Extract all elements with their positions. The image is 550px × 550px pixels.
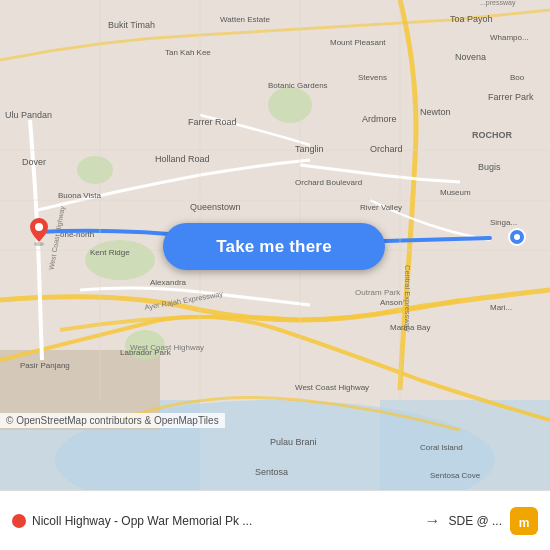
svg-text:Sentosa Cove: Sentosa Cove xyxy=(430,471,481,480)
svg-text:Anson: Anson xyxy=(380,298,403,307)
svg-text:Tanglin: Tanglin xyxy=(295,144,324,154)
svg-text:Bukit Timah: Bukit Timah xyxy=(108,20,155,30)
svg-text:Coral Island: Coral Island xyxy=(420,443,463,452)
moovit-icon: m xyxy=(510,507,538,535)
svg-text:Farrer Road: Farrer Road xyxy=(188,117,237,127)
svg-text:Whampo...: Whampo... xyxy=(490,33,529,42)
bottom-bar: Nicoll Highway - Opp War Memorial Pk ...… xyxy=(0,490,550,550)
svg-text:Central Expressway: Central Expressway xyxy=(403,265,412,332)
svg-point-65 xyxy=(35,223,43,231)
svg-text:Newton: Newton xyxy=(420,107,451,117)
svg-text:Singa...: Singa... xyxy=(490,218,517,227)
svg-point-67 xyxy=(514,234,520,240)
svg-text:Ardmore: Ardmore xyxy=(362,114,397,124)
svg-text:ROCHOR: ROCHOR xyxy=(472,130,512,140)
svg-text:Alexandra: Alexandra xyxy=(150,278,187,287)
dest-info: SDE @ ... xyxy=(448,514,502,528)
svg-text:Bugis: Bugis xyxy=(478,162,501,172)
svg-text:m: m xyxy=(519,516,530,530)
svg-text:Tan Kah Kee: Tan Kah Kee xyxy=(165,48,211,57)
svg-text:Outram Park: Outram Park xyxy=(355,288,401,297)
svg-text:River Valley: River Valley xyxy=(360,203,402,212)
svg-text:Orchard Boulevard: Orchard Boulevard xyxy=(295,178,362,187)
svg-text:Pasir Panjang: Pasir Panjang xyxy=(20,361,70,370)
svg-text:Toa Payoh: Toa Payoh xyxy=(450,14,493,24)
destination-pin xyxy=(508,228,526,246)
map-container: Bukit Timah Watten Estate Toa Payoh Tan … xyxy=(0,0,550,490)
origin-label: Nicoll Highway - Opp War Memorial Pk ... xyxy=(32,514,252,528)
svg-point-7 xyxy=(268,87,312,123)
svg-text:Labrador Park: Labrador Park xyxy=(120,348,172,357)
svg-point-9 xyxy=(77,156,113,184)
svg-text:West Coast Highway: West Coast Highway xyxy=(295,383,369,392)
origin-info: Nicoll Highway - Opp War Memorial Pk ... xyxy=(12,514,416,528)
svg-text:Mount Pleasant: Mount Pleasant xyxy=(330,38,386,47)
svg-point-6 xyxy=(85,240,155,280)
direction-arrow: → xyxy=(424,512,440,530)
svg-text:one-north: one-north xyxy=(60,230,94,239)
svg-text:Ulu Pandan: Ulu Pandan xyxy=(5,110,52,120)
svg-text:Orchard: Orchard xyxy=(370,144,403,154)
svg-point-64 xyxy=(34,242,44,246)
moovit-logo: m xyxy=(510,507,538,535)
svg-text:Museum: Museum xyxy=(440,188,471,197)
svg-text:Holland Road: Holland Road xyxy=(155,154,210,164)
svg-text:Novena: Novena xyxy=(455,52,486,62)
map-attribution: © OpenStreetMap contributors & OpenMapTi… xyxy=(0,413,225,428)
svg-text:Sentosa: Sentosa xyxy=(255,467,288,477)
svg-text:Pulau Brani: Pulau Brani xyxy=(270,437,317,447)
svg-text:Farrer Park: Farrer Park xyxy=(488,92,534,102)
svg-text:Botanic Gardens: Botanic Gardens xyxy=(268,81,328,90)
svg-text:Queenstown: Queenstown xyxy=(190,202,241,212)
origin-dot xyxy=(12,514,26,528)
svg-text:Dover: Dover xyxy=(22,157,46,167)
origin-pin xyxy=(28,218,50,240)
dest-label: SDE @ ... xyxy=(448,514,502,528)
svg-text:Mari...: Mari... xyxy=(490,303,512,312)
svg-text:Watten Estate: Watten Estate xyxy=(220,15,271,24)
svg-text:...pressway: ...pressway xyxy=(480,0,516,7)
svg-text:Marina Bay: Marina Bay xyxy=(390,323,430,332)
svg-text:Boo: Boo xyxy=(510,73,525,82)
svg-text:Kent Ridge: Kent Ridge xyxy=(90,248,130,257)
svg-text:Buona Vista: Buona Vista xyxy=(58,191,102,200)
take-me-there-button[interactable]: Take me there xyxy=(163,223,385,270)
svg-text:Stevens: Stevens xyxy=(358,73,387,82)
